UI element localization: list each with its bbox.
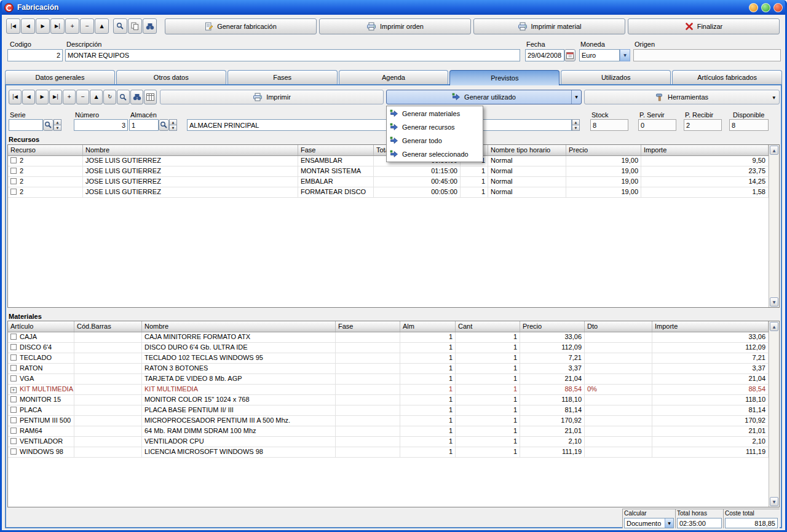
coste-total-group: Coste total 818,85 <box>723 509 779 528</box>
tools-icon <box>655 93 664 101</box>
minimize-button[interactable] <box>749 3 758 12</box>
descripcion-input[interactable]: MONTAR EQUIPOS <box>65 49 520 61</box>
coste-total-value: 818,85 <box>725 518 778 528</box>
chevron-down-icon[interactable]: ▼ <box>772 96 775 100</box>
magnifier-icon <box>116 22 124 30</box>
serie-spinner[interactable]: ▲ ▼ <box>53 119 61 131</box>
spin-down-icon[interactable]: ▼ <box>572 125 580 131</box>
grid-refresh-button[interactable]: ↻ <box>103 90 116 104</box>
nav-next-button[interactable]: ▶ <box>36 18 50 34</box>
button-label: Imprimir material <box>531 23 582 30</box>
nav-delete-button[interactable]: − <box>80 18 94 34</box>
calcular-select[interactable]: Documento ▼ <box>624 518 674 528</box>
remove: − <box>81 95 85 100</box>
generate-icon <box>452 93 461 101</box>
spin-down-icon[interactable]: ▼ <box>169 125 177 131</box>
prev: ◀ <box>26 95 30 100</box>
spin-up-icon[interactable]: ▲ <box>53 119 61 125</box>
herramientas-button[interactable]: Herramientas ▼ <box>584 90 780 104</box>
descripcion-value: MONTAR EQUIPOS <box>68 52 129 59</box>
spin-down-icon[interactable]: ▼ <box>53 125 61 131</box>
fecha-input[interactable]: 29/04/2008 <box>525 49 564 61</box>
grid-search-button[interactable] <box>130 90 143 104</box>
nav-last-button[interactable]: ▶| <box>50 18 65 34</box>
finalizar-button[interactable]: Finalizar <box>628 18 780 34</box>
refresh: ↻ <box>108 95 112 100</box>
nav-first-button[interactable]: |◀ <box>6 18 20 34</box>
tab-utilizados[interactable]: Utilizados <box>561 70 671 84</box>
nav-prev-button[interactable]: ◀ <box>21 18 35 34</box>
calcular-label: Calcular <box>624 510 674 518</box>
nav-up-button[interactable]: ▲ <box>95 18 109 34</box>
moneda-select[interactable]: Euro <box>579 49 620 61</box>
almacen-spinner[interactable]: ▲ ▼ <box>169 119 177 131</box>
close-button[interactable] <box>773 3 783 12</box>
origen-input[interactable] <box>633 49 781 61</box>
calcular-dropdown-button[interactable]: ▼ <box>665 518 673 528</box>
tab-agenda[interactable]: Agenda <box>339 70 449 84</box>
binoculars-icon <box>133 93 141 101</box>
tab-otros-datos[interactable]: Otros datos <box>116 70 226 84</box>
last: ▶| <box>53 95 58 100</box>
first: |◀ <box>10 24 16 29</box>
total-horas-value: 02:35:00 <box>677 518 722 528</box>
grid-up-button[interactable]: ▲ <box>90 90 103 104</box>
imprimir-button[interactable]: Imprimir <box>160 90 384 104</box>
menu-item-generar-recursos[interactable]: Generar recursos <box>387 120 482 134</box>
grid-next-button[interactable]: ▶ <box>36 90 49 104</box>
prev: ◀ <box>26 24 30 29</box>
moneda-dropdown-button[interactable]: ▼ <box>620 49 630 61</box>
spin-up-icon[interactable]: ▲ <box>169 119 177 125</box>
next: ▶ <box>40 95 44 100</box>
generar-utilizado-label: Generar utilizado <box>464 93 516 101</box>
grid-first-button[interactable]: |◀ <box>9 90 22 104</box>
add: + <box>70 24 74 29</box>
menu-item-generar-materiales[interactable]: Generar materiales <box>387 107 482 120</box>
menu-item-generar-todo[interactable]: Generar todo <box>387 134 482 147</box>
tab-previstos[interactable]: Previstos <box>449 70 560 85</box>
moneda-value: Euro <box>582 52 596 59</box>
calcular-group: Calcular Documento ▼ <box>622 509 675 528</box>
tab-articulos-fabricados[interactable]: Artículos fabricados <box>672 70 782 84</box>
printer-icon <box>253 93 263 101</box>
calcular-value: Documento <box>627 520 661 527</box>
grid-zoom-button[interactable] <box>117 90 130 104</box>
spin-up-icon[interactable]: ▲ <box>572 119 580 125</box>
button-label: Imprimir orden <box>380 23 424 30</box>
title-bar: Fabricación <box>0 0 787 15</box>
menu-item-label: Generar todo <box>402 137 442 144</box>
imprimir-orden-button[interactable]: Imprimir orden <box>319 18 471 34</box>
maximize-button[interactable] <box>761 3 770 12</box>
grid-last-button[interactable]: ▶| <box>49 90 62 104</box>
grid-add-button[interactable]: + <box>63 90 76 104</box>
menu-item-label: Generar seleccionado <box>402 151 469 158</box>
grid-prev-button[interactable]: ◀ <box>22 90 35 104</box>
fecha-value: 29/04/2008 <box>528 52 561 59</box>
chevron-down-icon: ▼ <box>668 522 671 525</box>
menu-item-generar-seleccionado[interactable]: Generar seleccionado <box>387 147 482 161</box>
generate-icon <box>390 109 398 118</box>
up: ▲ <box>94 95 98 100</box>
nav-zoom-button[interactable] <box>113 18 127 34</box>
tab-fases[interactable]: Fases <box>227 70 338 84</box>
generar-utilizado-dropdown-arrow[interactable]: ▼ <box>571 90 581 104</box>
fecha-calendar-button[interactable] <box>564 49 575 61</box>
detail-extra-spinner[interactable]: ▲ ▼ <box>572 119 580 131</box>
imprimir-material-button[interactable]: Imprimir material <box>473 18 625 34</box>
nav-search-button[interactable] <box>143 18 157 34</box>
codigo-input[interactable]: 2 <box>7 49 63 61</box>
generar-fabricacion-button[interactable]: Generar fabricación <box>165 18 317 34</box>
origen-label: Origen <box>635 41 655 48</box>
remove: − <box>85 24 89 29</box>
grid-delete-button[interactable]: − <box>76 90 89 104</box>
tab-datos-generales[interactable]: Datos generales <box>5 70 115 84</box>
generate-icon <box>390 123 398 131</box>
binoculars-icon <box>146 23 154 30</box>
main-toolbar-actions: Generar fabricaciónImprimir ordenImprimi… <box>165 18 780 34</box>
nav-add-button[interactable]: + <box>65 18 79 34</box>
generar-utilizado-button[interactable]: Generar utilizado ▼ <box>386 90 582 104</box>
columns-icon <box>146 93 154 101</box>
grid-columns-button[interactable] <box>144 90 157 104</box>
nav-copy-button[interactable] <box>128 18 142 34</box>
imprimir-label: Imprimir <box>266 93 291 101</box>
